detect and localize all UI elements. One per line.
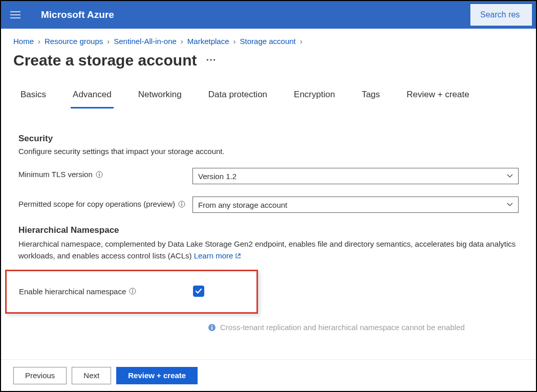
hns-description-text: Hierarchical namespace, complemented by … (18, 239, 515, 260)
svg-point-2 (99, 172, 100, 173)
tab-data-protection[interactable]: Data protection (206, 81, 269, 108)
info-icon[interactable] (178, 201, 185, 208)
tab-networking[interactable]: Networking (136, 81, 184, 108)
hns-heading: Hierarchical Namespace (18, 225, 519, 235)
svg-point-8 (132, 289, 133, 290)
svg-point-5 (181, 202, 182, 203)
review-create-button[interactable]: Review + create (116, 367, 198, 384)
tabs: Basics Advanced Networking Data protecti… (1, 81, 536, 108)
tab-advanced[interactable]: Advanced (71, 81, 114, 108)
svg-rect-6 (181, 203, 182, 206)
tab-encryption[interactable]: Encryption (292, 81, 337, 108)
chevron-right-icon: › (38, 37, 40, 46)
more-dots-icon[interactable]: ⋯ (206, 53, 216, 66)
next-button[interactable]: Next (72, 367, 111, 384)
chevron-right-icon: › (300, 37, 303, 46)
global-search[interactable] (470, 4, 532, 26)
scope-label: Permitted scope for copy operations (pre… (18, 199, 175, 209)
enable-hns-label: Enable hierarchical namespace (19, 287, 126, 296)
svg-rect-3 (99, 173, 99, 176)
chevron-right-icon: › (107, 37, 110, 46)
info-icon[interactable] (129, 288, 136, 295)
tab-review-create[interactable]: Review + create (404, 81, 471, 108)
scope-dropdown[interactable]: From any storage account (192, 197, 519, 213)
scope-value: From any storage account (198, 201, 287, 209)
svg-rect-12 (211, 326, 212, 330)
chevron-down-icon (507, 203, 513, 207)
learn-more-link[interactable]: Learn more (194, 250, 242, 262)
search-input[interactable] (480, 10, 526, 19)
breadcrumb-link[interactable]: Marketplace (187, 37, 229, 46)
warning-row: Cross-tenant replication and hierarchica… (208, 323, 519, 332)
previous-button[interactable]: Previous (13, 367, 67, 384)
breadcrumb: Home › Resource groups › Sentinel-All-in… (1, 29, 536, 50)
chevron-right-icon: › (181, 37, 183, 46)
chevron-down-icon (507, 174, 513, 178)
page-title: Create a storage account ⋯ (1, 50, 536, 81)
info-icon[interactable] (96, 171, 103, 178)
breadcrumb-link[interactable]: Sentinel-All-in-one (114, 37, 177, 46)
svg-rect-9 (133, 291, 133, 293)
page-title-text: Create a storage account (13, 52, 197, 69)
chevron-right-icon: › (233, 37, 236, 46)
security-description: Configure security settings that impact … (18, 147, 519, 156)
hamburger-icon[interactable] (5, 5, 26, 25)
tls-dropdown[interactable]: Version 1.2 (192, 168, 519, 184)
tab-basics[interactable]: Basics (18, 81, 48, 108)
external-link-icon (235, 253, 241, 259)
breadcrumb-link[interactable]: Home (13, 37, 34, 46)
breadcrumb-link[interactable]: Resource groups (45, 37, 103, 46)
highlighted-region: Enable hierarchical namespace (5, 270, 258, 314)
info-icon (208, 323, 216, 332)
breadcrumb-link[interactable]: Storage account (240, 37, 296, 46)
enable-hns-checkbox[interactable] (193, 286, 204, 297)
warning-text: Cross-tenant replication and hierarchica… (220, 323, 465, 332)
learn-more-text: Learn more (194, 250, 233, 262)
top-nav: Microsoft Azure (1, 1, 536, 29)
security-heading: Security (18, 134, 519, 144)
tls-label: Minimum TLS version (18, 170, 93, 179)
footer-bar: Previous Next Review + create (1, 359, 536, 391)
svg-point-11 (211, 325, 212, 326)
hns-description: Hierarchical namespace, complemented by … (18, 238, 519, 262)
brand-title: Microsoft Azure (41, 9, 470, 20)
tls-value: Version 1.2 (198, 172, 237, 181)
tab-tags[interactable]: Tags (359, 81, 382, 108)
